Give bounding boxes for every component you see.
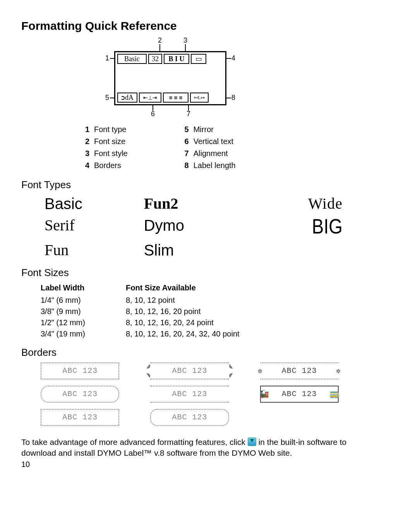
callout-2: 2 — [158, 36, 162, 45]
cell-font-size: 32 — [148, 54, 162, 64]
page-number: 10 — [21, 460, 354, 469]
legend-label: Alignment — [194, 148, 236, 159]
legend-label: Font size — [94, 136, 128, 147]
table-row: 1/4" (6 mm)8, 10, 12 point — [41, 295, 251, 306]
diagram-legend: 1Font type 2Font size 3Font style 4Borde… — [75, 123, 354, 172]
legend-label: Label length — [194, 160, 236, 171]
formatting-diagram: 1 2 3 4 5 6 7 8 Basic 32 B I U ▭ ɔdA ⇤⊥⇥… — [85, 36, 290, 118]
border-speech: ABC 123 — [150, 409, 229, 426]
border-scroll: ABC 123 — [150, 386, 229, 403]
cell-vertical: ⇤⊥⇥ — [139, 93, 161, 103]
legend-label: Mirror — [194, 124, 236, 135]
section-font-sizes: Font Sizes — [21, 267, 354, 279]
cell-length: ↤L↦ — [190, 93, 209, 103]
cell-font-type: Basic — [117, 54, 147, 64]
sample-fun: Fun — [45, 240, 144, 260]
sample-big: BIG — [243, 214, 343, 240]
sample-fun2: Fun2 — [144, 194, 243, 213]
table-row: 3/4" (19 mm)8, 10, 12, 16, 20, 24, 32, 4… — [41, 328, 251, 340]
border-pointed2: ABC 123 — [41, 409, 119, 426]
border-rectangle: ABC 123 — [41, 362, 119, 379]
table-row: 3/8" (9 mm)8, 10, 12, 16, 20 point — [41, 306, 251, 317]
col-font-sizes: Font Size Available — [126, 282, 251, 295]
page-title: Formatting Quick Reference — [21, 19, 354, 33]
font-size-table: Label Width Font Size Available 1/4" (6 … — [41, 282, 251, 340]
cell-align: ≣ ≣ ≣ — [163, 93, 188, 103]
download-icon — [248, 438, 256, 446]
border-samples: ABC 123 ABC 123 ✲ABC 123✲ ABC 123 ABC 12… — [41, 362, 339, 426]
callout-1: 1 — [105, 54, 109, 62]
border-rounded: ABC 123 — [41, 386, 119, 403]
sample-slim: Slim — [144, 240, 243, 260]
callout-3: 3 — [183, 36, 187, 45]
callout-4: 4 — [231, 54, 235, 62]
callout-7: 7 — [187, 110, 190, 118]
sample-serif: Serif — [45, 216, 144, 238]
callout-6: 6 — [151, 110, 155, 118]
lcd-screen: Basic 32 B I U ▭ ɔdA ⇤⊥⇥ ≣ ≣ ≣ ↤L↦ — [114, 51, 226, 105]
legend-label: Borders — [94, 160, 128, 171]
legend-label: Font style — [94, 148, 128, 159]
border-pointed: ABC 123 — [150, 362, 229, 379]
callout-8: 8 — [231, 94, 235, 102]
sample-dymo: Dymo — [144, 216, 243, 238]
cell-mirror: ɔdA — [117, 93, 137, 103]
sample-basic: Basic — [45, 194, 144, 213]
legend-label: Font type — [94, 124, 128, 135]
section-font-types: Font Types — [21, 179, 354, 191]
table-row: 1/2" (12 mm)8, 10, 12, 16, 20, 24 point — [41, 317, 251, 328]
font-type-samples: Basic Fun2 Wide Serif Dymo BIG Fun Slim — [45, 194, 343, 260]
cell-font-style: B I U — [164, 54, 189, 64]
col-label-width: Label Width — [41, 282, 126, 295]
callout-5: 5 — [105, 94, 109, 102]
border-trains: 🚂ABC 123🚃 — [260, 386, 339, 403]
section-borders: Borders — [21, 347, 354, 359]
legend-label: Vertical text — [194, 136, 236, 147]
footer-note: To take advantage of more advanced forma… — [21, 437, 354, 459]
sample-wide: Wide — [243, 194, 343, 213]
cell-borders: ▭ — [191, 54, 206, 64]
border-flowers: ✲ABC 123✲ — [260, 362, 339, 379]
